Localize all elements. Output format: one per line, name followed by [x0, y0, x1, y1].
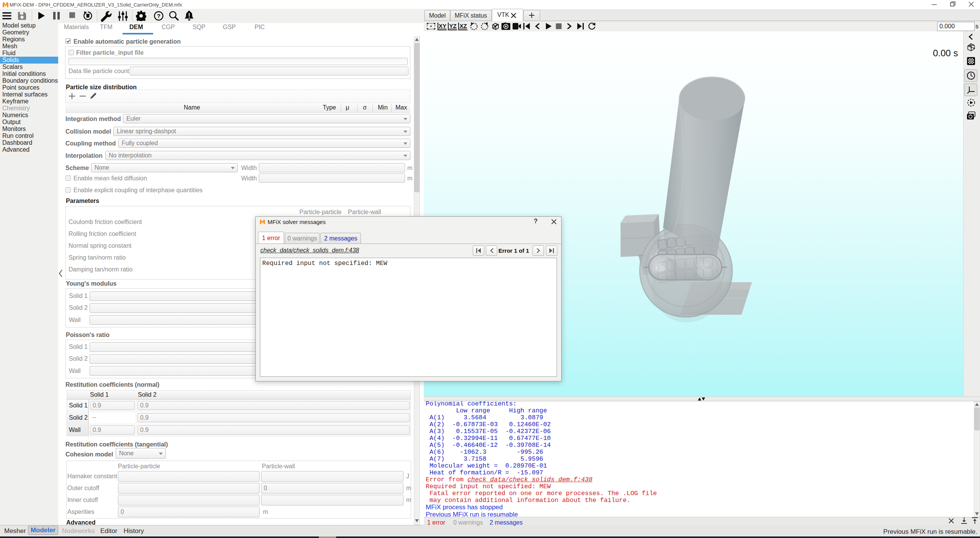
svg-text:?: ? [157, 13, 160, 19]
